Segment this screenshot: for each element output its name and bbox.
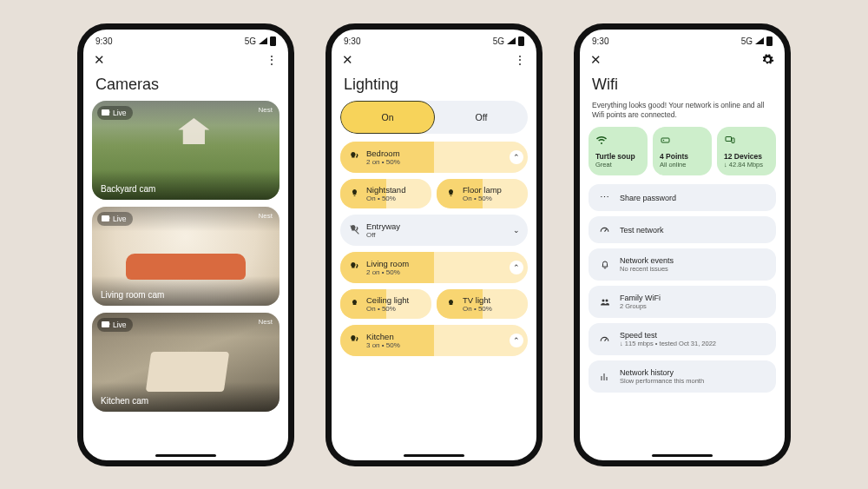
camera-icon <box>102 215 109 221</box>
password-icon: ⋯ <box>598 192 611 203</box>
page-title: Wifi <box>580 70 785 101</box>
brand-label: Nest <box>259 106 273 114</box>
devices-icon <box>724 135 769 146</box>
lightgroup-icon <box>349 151 360 162</box>
close-icon[interactable]: ✕ <box>94 53 105 66</box>
live-badge: Live <box>97 318 133 332</box>
bulb-icon <box>349 188 360 199</box>
phone-wifi: 9:30 5G ✕ Wifi Everything looks good! Yo… <box>574 23 791 466</box>
brand-label: Nest <box>259 318 273 326</box>
light-ceiling[interactable]: Ceiling lightOn • 50% <box>340 289 431 319</box>
page-title: Cameras <box>83 70 288 101</box>
status-time: 9:30 <box>95 36 112 46</box>
svg-rect-4 <box>732 138 734 143</box>
camera-label: Living room cam <box>101 290 164 300</box>
wifi-card-network[interactable]: Turtle soup Great <box>589 127 648 175</box>
brand-label: Nest <box>259 212 273 220</box>
close-icon[interactable]: ✕ <box>590 53 602 66</box>
status-bar: 9:30 5G <box>332 30 536 48</box>
bulb-icon <box>445 298 457 309</box>
camera-card-backyard[interactable]: Live Nest Backyard cam <box>92 101 279 200</box>
phone-lighting: 9:30 5G ✕ ⋮ Lighting On Off Bedroom2 on … <box>326 23 542 466</box>
gauge-icon <box>598 224 611 235</box>
camera-label: Kitchen cam <box>101 396 148 406</box>
live-badge: Live <box>97 212 133 226</box>
more-icon[interactable]: ⋮ <box>514 54 526 66</box>
close-icon[interactable]: ✕ <box>342 53 353 66</box>
home-indicator[interactable] <box>652 454 713 457</box>
row-family-wifi[interactable]: Family WiFi2 Groups <box>589 286 776 318</box>
camera-icon <box>102 321 109 327</box>
chevron-up-icon[interactable]: ⌃ <box>510 261 523 274</box>
router-icon <box>660 135 705 146</box>
gear-icon[interactable] <box>761 53 774 66</box>
signal-icon <box>259 37 267 44</box>
room-kitchen[interactable]: Kitchen3 on • 50% ⌃ <box>340 325 528 356</box>
home-indicator[interactable] <box>404 454 464 457</box>
status-bar: 9:30 5G <box>83 30 288 48</box>
bulb-icon <box>445 188 457 199</box>
signal-icon <box>755 37 764 44</box>
row-network-events[interactable]: Network eventsNo recent issues <box>589 248 776 281</box>
svg-point-6 <box>605 299 608 301</box>
svg-point-5 <box>602 299 604 301</box>
more-icon[interactable]: ⋮ <box>266 54 278 66</box>
lightgroup-icon <box>349 261 360 273</box>
wifi-card-devices[interactable]: 12 Devices ↓ 42.84 Mbps <box>717 127 776 175</box>
room-bedroom[interactable]: Bedroom2 on • 50% ⌃ <box>340 142 528 173</box>
chart-icon <box>598 372 611 382</box>
lightgroup-icon <box>349 334 360 346</box>
wifi-subtitle: Everything looks good! Your network is o… <box>580 101 785 128</box>
signal-icon <box>507 37 516 44</box>
status-time: 9:30 <box>592 36 608 46</box>
svg-rect-3 <box>726 137 732 142</box>
speed-icon <box>598 334 611 345</box>
camera-label: Backyard cam <box>101 184 155 194</box>
status-net: 5G <box>493 36 504 46</box>
camera-card-kitchen[interactable]: Live Nest Kitchen cam <box>92 313 279 412</box>
page-title: Lighting <box>332 70 536 101</box>
segment-off[interactable]: Off <box>435 101 528 134</box>
camera-card-livingroom[interactable]: Live Nest Living room cam <box>92 207 279 306</box>
status-bar: 9:30 5G <box>580 30 785 48</box>
chevron-up-icon[interactable]: ⌃ <box>510 150 523 164</box>
bulb-icon <box>349 298 360 309</box>
wifi-card-points[interactable]: 4 Points All online <box>653 127 712 175</box>
row-test-network[interactable]: Test network <box>589 216 776 243</box>
chevron-up-icon[interactable]: ⌃ <box>510 334 523 347</box>
bell-icon <box>598 259 611 270</box>
light-tv[interactable]: TV lightOn • 50% <box>437 289 528 319</box>
live-badge: Live <box>97 106 133 120</box>
segment-on[interactable]: On <box>340 101 435 134</box>
room-entryway[interactable]: EntrywayOff ⌄ <box>340 215 528 246</box>
svg-rect-1 <box>661 138 669 142</box>
wifi-icon <box>595 135 641 146</box>
room-livingroom[interactable]: Living room2 on • 50% ⌃ <box>340 252 528 283</box>
row-network-history[interactable]: Network historySlow performance this mon… <box>589 360 776 393</box>
svg-point-2 <box>663 140 665 142</box>
battery-icon <box>766 36 773 46</box>
status-net: 5G <box>245 36 256 46</box>
chevron-down-icon[interactable]: ⌄ <box>510 223 523 237</box>
battery-icon <box>270 36 276 46</box>
segmented-control[interactable]: On Off <box>340 101 528 134</box>
light-floorlamp[interactable]: Floor lampOn • 50% <box>437 179 528 208</box>
home-indicator[interactable] <box>155 454 216 457</box>
light-nightstand[interactable]: NightstandOn • 50% <box>340 179 431 208</box>
lightgroup-off-icon <box>349 224 360 235</box>
row-share-password[interactable]: ⋯ Share password <box>589 184 776 211</box>
status-net: 5G <box>741 36 753 46</box>
row-speed-test[interactable]: Speed test↓ 115 mbps • tested Oct 31, 20… <box>589 323 776 355</box>
camera-icon <box>102 109 109 116</box>
battery-icon <box>518 36 524 46</box>
phone-cameras: 9:30 5G ✕ ⋮ Cameras Live Nest Backyard c… <box>77 23 294 466</box>
status-time: 9:30 <box>344 36 360 46</box>
family-icon <box>598 297 611 307</box>
